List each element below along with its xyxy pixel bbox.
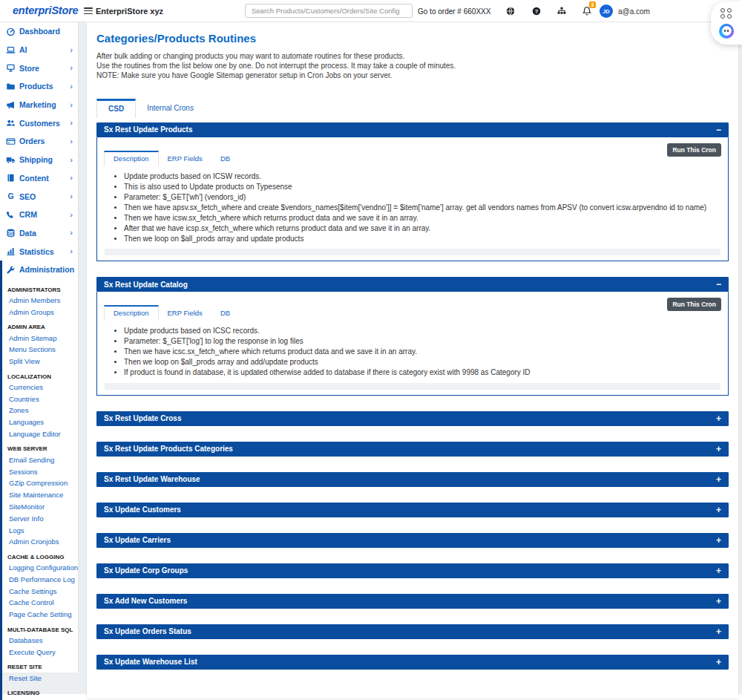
sidebar-link-page-cache-setting[interactable]: Page Cache Setting bbox=[2, 609, 78, 621]
routine-panel-sx-rest-update-warehouse: Sx Rest Update Warehouse+ bbox=[96, 472, 729, 487]
panel-body: Run This CronDescriptionERP FieldsDBUpda… bbox=[96, 137, 729, 262]
bell-icon[interactable]: 3 bbox=[582, 6, 592, 16]
panel-tab-description[interactable]: Description bbox=[104, 151, 159, 166]
sidebar-link-split-view[interactable]: Split View bbox=[2, 356, 78, 367]
panel-header-sx-update-carriers[interactable]: Sx Update Carriers+ bbox=[96, 533, 729, 548]
panel-header-sx-update-customers[interactable]: Sx Update Customers+ bbox=[96, 503, 729, 517]
sidebar-link-execute-query[interactable]: Execute Query bbox=[2, 646, 78, 658]
apps-grid-icon[interactable] bbox=[720, 8, 732, 19]
help-icon[interactable]: ? bbox=[531, 6, 542, 16]
expand-icon[interactable]: + bbox=[716, 566, 721, 575]
collapse-icon[interactable]: − bbox=[716, 125, 721, 134]
sidebar-link-server-info[interactable]: Server Info bbox=[2, 512, 78, 524]
expand-icon[interactable]: + bbox=[716, 475, 721, 484]
expand-icon[interactable]: + bbox=[716, 658, 721, 667]
sidebar-item-shipping[interactable]: Shipping› bbox=[0, 151, 78, 169]
folder-icon bbox=[6, 82, 16, 91]
sidebar-item-label: Content bbox=[19, 174, 49, 183]
sitemap-icon[interactable] bbox=[556, 6, 567, 16]
sidebar-item-marketing[interactable]: Marketing› bbox=[0, 96, 78, 114]
sidebar-link-email-sending[interactable]: Email Sending bbox=[2, 454, 78, 465]
routine-panel-sx-rest-update-products: Sx Rest Update Products−Run This CronDes… bbox=[96, 122, 729, 262]
sidebar-item-products[interactable]: Products› bbox=[0, 77, 78, 96]
sidebar-item-seo[interactable]: GSEO› bbox=[0, 187, 78, 206]
site-name[interactable]: EnterpriStore xyz bbox=[96, 7, 163, 16]
routine-panel-sx-rest-update-products-categories: Sx Rest Update Products Categories+ bbox=[96, 442, 729, 457]
expand-icon[interactable]: + bbox=[716, 414, 721, 423]
user-avatar[interactable]: JD bbox=[600, 4, 613, 18]
sidebar-link-logging-configuration[interactable]: Logging Configuration bbox=[2, 562, 78, 574]
sidebar-link-admin-groups[interactable]: Admin Groups bbox=[2, 306, 78, 318]
sidebar-link-cache-control[interactable]: Cache Control bbox=[2, 597, 78, 609]
brand-logo[interactable]: enterpriStore bbox=[13, 4, 78, 16]
sidebar-item-statistics[interactable]: Statistics› bbox=[0, 242, 78, 261]
sidebar-item-content[interactable]: Content› bbox=[0, 169, 78, 188]
user-email: a@a.com bbox=[618, 7, 650, 16]
tab-internal-crons[interactable]: Internal Crons bbox=[136, 99, 205, 118]
expand-icon[interactable]: + bbox=[716, 506, 721, 514]
sidebar-link-cache-settings[interactable]: Cache Settings bbox=[2, 585, 78, 597]
sidebar-link-zones[interactable]: Zones bbox=[2, 405, 78, 416]
sidebar-link-countries[interactable]: Countries bbox=[2, 393, 78, 405]
g-icon: G bbox=[6, 192, 16, 201]
panel-title: Sx Update Warehouse List bbox=[104, 658, 197, 666]
search-input[interactable] bbox=[245, 4, 413, 18]
chevron-right-icon: › bbox=[70, 192, 73, 200]
sidebar-link-language-editor[interactable]: Language Editor bbox=[2, 428, 78, 440]
panel-tab-erp-fields[interactable]: ERP Fields bbox=[159, 305, 211, 321]
main-tabs: CSDInternal Crons bbox=[96, 99, 729, 118]
robot-assistant-icon[interactable] bbox=[719, 24, 734, 39]
sidebar-link-logs[interactable]: Logs bbox=[2, 524, 78, 536]
panel-tab-db[interactable]: DB bbox=[211, 305, 239, 321]
expand-icon[interactable]: + bbox=[716, 536, 721, 545]
expand-icon[interactable]: + bbox=[716, 597, 721, 606]
globe-icon[interactable] bbox=[505, 6, 516, 16]
monitor-icon bbox=[6, 63, 16, 73]
hamburger-icon[interactable] bbox=[84, 7, 93, 16]
sidebar-link-sessions[interactable]: Sessions bbox=[2, 465, 78, 477]
sidebar-link-reset-site[interactable]: Reset Site bbox=[2, 672, 78, 684]
panel-header-sx-rest-update-products[interactable]: Sx Rest Update Products− bbox=[96, 122, 729, 137]
panel-header-sx-rest-update-catalog[interactable]: Sx Rest Update Catalog− bbox=[96, 277, 729, 292]
sidebar-item-data[interactable]: Data› bbox=[0, 224, 78, 243]
sidebar-item-label: Products bbox=[19, 82, 53, 91]
description-bullet: If product is found in database, it is u… bbox=[124, 368, 721, 378]
sidebar-item-orders[interactable]: Orders› bbox=[0, 132, 78, 151]
sidebar-item-store[interactable]: Store› bbox=[0, 59, 78, 77]
panel-header-sx-update-corp-groups[interactable]: Sx Update Corp Groups+ bbox=[96, 563, 729, 578]
expand-icon[interactable]: + bbox=[716, 445, 721, 454]
goto-order-link[interactable]: Go to order # 660XXX bbox=[418, 7, 490, 16]
sidebar-link-admin-sitemap[interactable]: Admin Sitemap bbox=[2, 332, 78, 344]
sidebar-item-ai[interactable]: AI› bbox=[0, 41, 78, 59]
sidebar-link-db-performance-log[interactable]: DB Performance Log bbox=[2, 573, 78, 585]
sidebar-link-currencies[interactable]: Currencies bbox=[2, 382, 78, 393]
run-this-cron-button[interactable]: Run This Cron bbox=[667, 143, 721, 157]
panel-header-sx-rest-update-products-categories[interactable]: Sx Rest Update Products Categories+ bbox=[96, 442, 729, 457]
panel-tab-db[interactable]: DB bbox=[211, 151, 239, 166]
panel-header-sx-add-new-customers[interactable]: Sx Add New Customers+ bbox=[96, 594, 729, 609]
sidebar-link-gzip-compression[interactable]: GZip Compression bbox=[2, 477, 78, 489]
sidebar-link-menu-sections[interactable]: Menu Sections bbox=[2, 344, 78, 356]
panel-header-sx-update-warehouse-list[interactable]: Sx Update Warehouse List+ bbox=[96, 655, 729, 670]
run-this-cron-button[interactable]: Run This Cron bbox=[667, 298, 721, 311]
tab-csd[interactable]: CSD bbox=[96, 99, 136, 118]
sidebar-item-dashboard[interactable]: Dashboard bbox=[0, 22, 78, 41]
sidebar-item-customers[interactable]: Customers› bbox=[0, 114, 78, 132]
expand-icon[interactable]: + bbox=[716, 627, 721, 636]
panel-header-sx-rest-update-cross[interactable]: Sx Rest Update Cross+ bbox=[96, 411, 729, 426]
collapse-icon[interactable]: − bbox=[716, 280, 721, 289]
sidebar-link-languages[interactable]: Languages bbox=[2, 416, 78, 428]
sidebar-link-site-maintenance[interactable]: Site Maintenance bbox=[2, 489, 78, 501]
panel-tab-erp-fields[interactable]: ERP Fields bbox=[159, 151, 211, 166]
panel-tab-description[interactable]: Description bbox=[104, 305, 159, 321]
sidebar-item-crm[interactable]: CRM› bbox=[0, 206, 78, 224]
panel-footer-strip bbox=[105, 249, 720, 255]
sidebar-link-databases[interactable]: Databases bbox=[2, 635, 78, 647]
sidebar-link-sitemonitor[interactable]: SiteMonitor bbox=[2, 501, 78, 513]
sidebar-item-administration[interactable]: Administration bbox=[0, 261, 78, 279]
sidebar-link-admin-cronjobs[interactable]: Admin Cronjobs bbox=[2, 536, 78, 548]
panel-tabs: DescriptionERP FieldsDB bbox=[104, 151, 667, 166]
sidebar-link-admin-members[interactable]: Admin Members bbox=[2, 295, 78, 307]
panel-header-sx-update-orders-status[interactable]: Sx Update Orders Status+ bbox=[96, 624, 729, 639]
panel-header-sx-rest-update-warehouse[interactable]: Sx Rest Update Warehouse+ bbox=[96, 472, 729, 487]
